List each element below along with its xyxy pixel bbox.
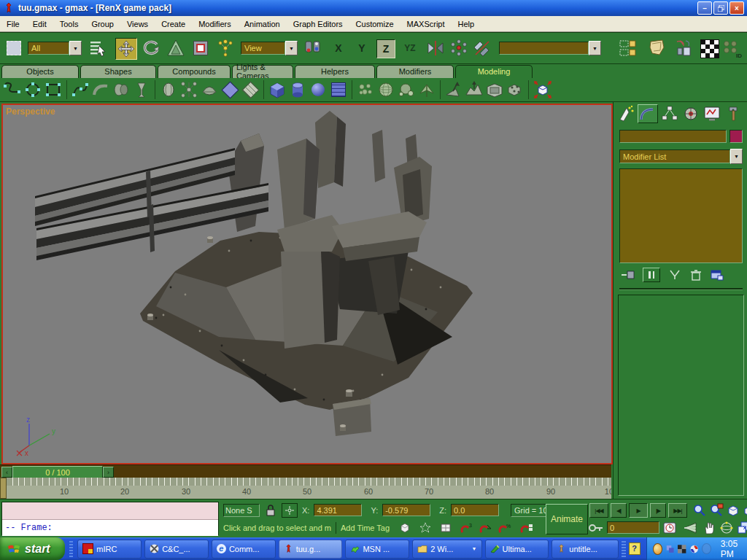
snap-star-icon[interactable]: [419, 522, 432, 534]
remove-modifier-button[interactable]: [689, 269, 703, 281]
min-max-viewport-toggle[interactable]: [737, 521, 747, 535]
restrict-yz-button[interactable]: YZ: [400, 39, 420, 57]
animate-button[interactable]: Animate: [546, 504, 588, 534]
menu-group[interactable]: Group: [85, 20, 120, 28]
named-selection-dropdown[interactable]: ▼: [499, 41, 601, 55]
scatter-tool-icon[interactable]: [397, 80, 416, 99]
pan-view-button[interactable]: [702, 521, 716, 535]
absolute-offset-toggle[interactable]: [282, 503, 298, 518]
schematic-view-button[interactable]: [648, 39, 667, 58]
circle-tool-icon[interactable]: [23, 80, 42, 99]
edit-mesh-icon[interactable]: [533, 79, 553, 100]
normal-flip-icon[interactable]: [444, 80, 463, 99]
material-editor-button[interactable]: [674, 39, 693, 58]
restrict-z-button[interactable]: Z: [376, 39, 395, 58]
configure-modifier-sets-button[interactable]: [710, 269, 724, 281]
grid-object-icon[interactable]: [329, 80, 348, 99]
align-button[interactable]: [473, 39, 492, 58]
time-slider-prev-button[interactable]: ‹: [1, 467, 12, 478]
track-bar-handle[interactable]: [0, 478, 7, 499]
array-button[interactable]: [449, 39, 468, 58]
tab-modeling[interactable]: Modeling: [455, 65, 533, 78]
rectangle-tool-icon[interactable]: [44, 80, 63, 99]
make-unique-button[interactable]: [667, 269, 682, 281]
tab-helpers[interactable]: Helpers: [295, 65, 375, 78]
menu-file[interactable]: File: [0, 20, 26, 28]
capsule-primitive-icon[interactable]: [159, 80, 178, 99]
key-mode-toggle[interactable]: [588, 523, 604, 533]
machine-box-icon[interactable]: [485, 80, 504, 99]
lathe-tool-icon[interactable]: [132, 80, 151, 99]
task-mirc[interactable]: mIRC: [77, 540, 142, 559]
snap-toggle-3d-icon[interactable]: [398, 522, 411, 534]
quad-patch-icon[interactable]: [220, 80, 239, 99]
time-configuration-button[interactable]: [662, 521, 677, 534]
listener-line[interactable]: -- Frame:: [2, 520, 218, 536]
next-frame-button[interactable]: |▶: [650, 503, 666, 518]
utilities-tab[interactable]: [724, 105, 743, 122]
menu-tools[interactable]: Tools: [53, 20, 85, 28]
zoom-all-button[interactable]: [709, 503, 724, 518]
pin-stack-button[interactable]: [621, 269, 635, 281]
task-tuu-gmax[interactable]: tuu.g...: [279, 540, 343, 559]
display-tab[interactable]: [703, 105, 721, 122]
restore-button[interactable]: [713, 1, 728, 15]
tray-display-icon[interactable]: [666, 544, 674, 554]
task-cnc[interactable]: C&C_...: [144, 540, 209, 559]
start-button[interactable]: start: [0, 537, 65, 560]
tab-objects[interactable]: Objects: [1, 65, 79, 78]
geosphere-icon[interactable]: [376, 80, 395, 99]
mirror-button[interactable]: [426, 39, 445, 58]
modifier-list-dropdown[interactable]: Modifier List ▼: [619, 149, 743, 164]
show-end-result-button[interactable]: [643, 268, 660, 282]
time-slider-next-button[interactable]: ›: [103, 467, 114, 478]
arc-tool-icon[interactable]: [91, 80, 110, 99]
select-and-rotate-button[interactable]: [142, 39, 160, 58]
menu-animation[interactable]: Animation: [238, 20, 287, 28]
line-tool-icon[interactable]: [3, 80, 22, 99]
menu-edit[interactable]: Edit: [26, 20, 53, 28]
tri-patch-icon[interactable]: [241, 80, 260, 99]
hierarchy-tab[interactable]: [660, 105, 679, 122]
help-tray-icon[interactable]: ?: [629, 542, 640, 555]
menu-graph-editors[interactable]: Graph Editors: [287, 20, 349, 28]
pod-primitive-icon[interactable]: [200, 80, 219, 99]
use-pivot-point-button[interactable]: [191, 39, 210, 58]
snap-window-icon[interactable]: [439, 522, 452, 534]
field-of-view-button[interactable]: [683, 521, 699, 535]
render-id-button[interactable]: ID: [721, 39, 743, 59]
use-selection-center-button[interactable]: [303, 39, 322, 58]
optimize-tool-icon[interactable]: [417, 80, 436, 99]
rollout-area[interactable]: [618, 295, 744, 496]
tray-scheduler-icon[interactable]: [653, 543, 662, 555]
tab-lights-cameras[interactable]: Lights & Cameras: [232, 65, 293, 78]
task-ultima[interactable]: Ultima...: [485, 540, 549, 559]
z-coord-field[interactable]: 0.0: [451, 504, 499, 516]
angle-snap-button[interactable]: [479, 522, 493, 534]
select-object-button[interactable]: [4, 39, 23, 58]
object-name-field[interactable]: [619, 130, 727, 143]
zoom-viewport-button[interactable]: [692, 503, 707, 518]
go-to-end-button[interactable]: ▶▶|: [668, 503, 687, 518]
render-scene-button[interactable]: [700, 39, 719, 58]
macro-recorder-line[interactable]: [2, 502, 218, 520]
motion-tab[interactable]: [681, 105, 700, 122]
terrain-tool-icon[interactable]: [465, 80, 484, 99]
object-color-swatch[interactable]: [729, 130, 743, 143]
current-frame-field[interactable]: 0: [607, 521, 659, 534]
sphere-primitive-icon[interactable]: [309, 80, 328, 99]
menu-help[interactable]: Help: [452, 20, 481, 28]
tray-volume-icon[interactable]: [702, 543, 711, 554]
tab-modifiers[interactable]: Modifiers: [376, 65, 454, 78]
menu-views[interactable]: Views: [120, 20, 155, 28]
restrict-x-button[interactable]: X: [330, 39, 347, 57]
play-animation-button[interactable]: ▶: [629, 503, 648, 518]
snap-3d-magnet-button[interactable]: 3: [460, 522, 474, 534]
time-slider-track[interactable]: ‹ 0 / 100 ›: [0, 464, 611, 478]
cylinder-primitive-icon[interactable]: [288, 80, 307, 99]
menu-customize[interactable]: Customize: [349, 20, 400, 28]
arc-rotate-button[interactable]: [719, 521, 734, 535]
select-and-scale-button[interactable]: [166, 39, 185, 58]
track-bar[interactable]: 10 20 30 40 50 60 70 80 90 100: [0, 478, 611, 499]
x-coord-field[interactable]: 4.391: [314, 504, 362, 516]
